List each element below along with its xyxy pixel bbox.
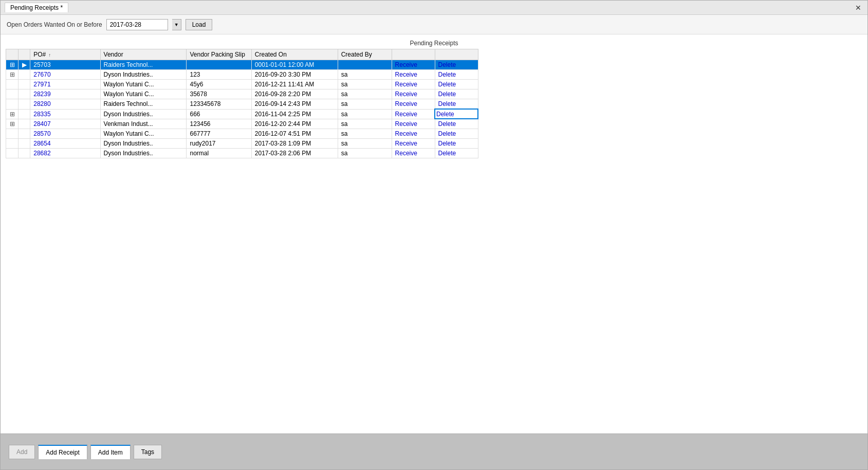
receive-cell[interactable]: Receive — [392, 99, 435, 110]
receive-cell[interactable]: Receive — [392, 80, 435, 89]
created-by: sa — [338, 80, 392, 89]
receive-cell[interactable]: Receive — [392, 70, 435, 80]
delete-cell[interactable]: Delete — [435, 119, 478, 129]
created-by — [338, 60, 392, 70]
receive-cell[interactable]: Receive — [392, 89, 435, 99]
th-po[interactable]: PO# ↑ — [30, 49, 100, 60]
table-row: ⊞▶25703Raiders Technol...0001-01-01 12:0… — [6, 60, 478, 70]
created-on: 2016-12-20 2:44 PM — [251, 119, 338, 129]
receive-cell[interactable]: Receive — [392, 149, 435, 158]
packing-slip: 45y6 — [187, 80, 251, 89]
add-item-button[interactable]: Add Item — [90, 445, 131, 459]
row-arrow — [19, 129, 30, 139]
delete-button[interactable]: Delete — [438, 130, 456, 137]
delete-cell[interactable]: Delete — [435, 139, 478, 149]
created-on: 0001-01-01 12:00 AM — [251, 60, 338, 70]
delete-cell[interactable]: Delete — [435, 109, 478, 119]
table-row: 28682Dyson Industries..normal2017-03-28 … — [6, 149, 478, 158]
delete-button[interactable]: Delete — [438, 120, 456, 128]
vendor-name: Waylon Yutani C... — [100, 129, 187, 139]
delete-cell[interactable]: Delete — [435, 99, 478, 110]
vendor-name: Dyson Industries.. — [100, 149, 187, 158]
section-title: Pending Receipts — [6, 40, 862, 47]
table-row: ⊞28407Venkman Indust...1234562016-12-20 … — [6, 119, 478, 129]
packing-slip: 123345678 — [187, 99, 251, 110]
receive-button[interactable]: Receive — [395, 100, 417, 107]
table-row: 27971Waylon Yutani C...45y62016-12-21 11… — [6, 80, 478, 89]
th-created-by: Created By — [338, 49, 392, 60]
row-arrow — [19, 139, 30, 149]
receive-button[interactable]: Receive — [395, 91, 417, 98]
receive-button[interactable]: Receive — [395, 120, 417, 128]
th-created-on: Created On — [251, 49, 338, 60]
receive-cell[interactable]: Receive — [392, 129, 435, 139]
expand-cell[interactable]: ⊞ — [6, 60, 19, 70]
th-arrow — [19, 49, 30, 60]
row-arrow — [19, 89, 30, 99]
po-number: 28335 — [30, 109, 100, 119]
vendor-name: Dyson Industries.. — [100, 70, 187, 80]
created-by: sa — [338, 109, 392, 119]
receive-cell[interactable]: Receive — [392, 119, 435, 129]
expand-cell[interactable]: ⊞ — [6, 109, 19, 119]
table-row: 28239Waylon Yutani C...356782016-09-28 2… — [6, 89, 478, 99]
delete-button[interactable]: Delete — [436, 111, 454, 118]
table-row: 28280Raiders Technol...1233456782016-09-… — [6, 99, 478, 110]
delete-button[interactable]: Delete — [438, 91, 456, 98]
expand-cell — [6, 129, 19, 139]
receive-cell[interactable]: Receive — [392, 109, 435, 119]
delete-cell[interactable]: Delete — [435, 129, 478, 139]
vendor-name: Waylon Yutani C... — [100, 89, 187, 99]
content-area: Pending Receipts PO# ↑ Vendor Vendor Pac… — [1, 34, 867, 433]
toolbar-label: Open Orders Wanted On or Before — [7, 21, 102, 28]
delete-button[interactable]: Delete — [438, 61, 456, 68]
created-on: 2016-12-21 11:41 AM — [251, 80, 338, 89]
receive-button[interactable]: Receive — [395, 111, 417, 118]
delete-button[interactable]: Delete — [438, 140, 456, 147]
delete-button[interactable]: Delete — [438, 71, 456, 78]
created-on: 2016-12-07 4:51 PM — [251, 129, 338, 139]
tags-button[interactable]: Tags — [134, 445, 162, 459]
delete-cell[interactable]: Delete — [435, 80, 478, 89]
po-number: 28407 — [30, 119, 100, 129]
receive-button[interactable]: Receive — [395, 150, 417, 157]
expand-cell[interactable]: ⊞ — [6, 70, 19, 80]
delete-cell[interactable]: Delete — [435, 70, 478, 80]
add-button[interactable]: Add — [9, 445, 35, 459]
expand-cell[interactable]: ⊞ — [6, 119, 19, 129]
date-input[interactable] — [106, 19, 168, 30]
receive-cell[interactable]: Receive — [392, 60, 435, 70]
add-receipt-button[interactable]: Add Receipt — [38, 445, 87, 459]
table-row: ⊞28335Dyson Industries..6662016-11-04 2:… — [6, 109, 478, 119]
row-arrow — [19, 149, 30, 158]
delete-button[interactable]: Delete — [438, 150, 456, 157]
vendor-name: Raiders Technol... — [100, 99, 187, 110]
delete-cell[interactable]: Delete — [435, 149, 478, 158]
receive-button[interactable]: Receive — [395, 130, 417, 137]
created-by: sa — [338, 99, 392, 110]
receive-button[interactable]: Receive — [395, 81, 417, 88]
delete-cell[interactable]: Delete — [435, 89, 478, 99]
th-expand — [6, 49, 19, 60]
sort-arrow: ↑ — [49, 52, 51, 58]
row-arrow: ▶ — [19, 60, 30, 70]
table-row: 28654Dyson Industries..rudy20172017-03-2… — [6, 139, 478, 149]
expand-cell — [6, 99, 19, 110]
expand-cell — [6, 89, 19, 99]
pending-receipts-tab[interactable]: Pending Receipts * — [5, 3, 68, 12]
bottom-bar: Add Add Receipt Add Item Tags — [1, 433, 867, 469]
delete-button[interactable]: Delete — [438, 100, 456, 107]
created-on: 2017-03-28 1:09 PM — [251, 139, 338, 149]
close-button[interactable]: ✕ — [853, 4, 863, 12]
receive-button[interactable]: Receive — [395, 140, 417, 147]
created-by: sa — [338, 129, 392, 139]
receive-button[interactable]: Receive — [395, 61, 417, 68]
receive-cell[interactable]: Receive — [392, 139, 435, 149]
delete-cell[interactable]: Delete — [435, 60, 478, 70]
load-button[interactable]: Load — [186, 19, 213, 30]
th-delete — [435, 49, 478, 60]
delete-button[interactable]: Delete — [438, 81, 456, 88]
row-arrow — [19, 70, 30, 80]
date-dropdown-arrow[interactable]: ▼ — [172, 19, 181, 30]
receive-button[interactable]: Receive — [395, 71, 417, 78]
